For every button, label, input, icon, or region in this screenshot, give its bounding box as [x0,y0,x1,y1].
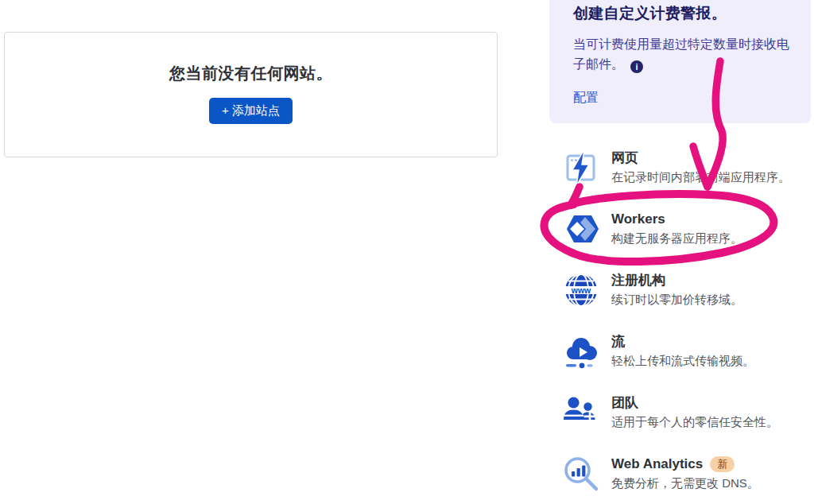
configure-link[interactable]: 配置 [573,90,599,107]
product-title: Web Analytics [611,456,703,472]
info-icon[interactable]: i [630,60,643,73]
no-websites-card: 您当前没有任何网站。 + 添加站点 [4,32,498,157]
workers-diamond-icon [561,209,601,249]
registrar-globe-icon: www [561,270,601,310]
new-badge: 新 [710,456,735,472]
product-description: 适用于每个人的零信任安全性。 [611,414,778,429]
product-title: Workers [611,211,742,227]
billing-alert-body: 当可计费使用量超过特定数量时接收电子邮件。i [573,34,794,74]
analytics-magnifier-icon [561,454,601,494]
product-row-web-analytics[interactable]: Web Analytics 新 免费分析，无需更改 DNS。 [561,454,816,494]
product-row-registrar[interactable]: www 注册机构 续订时以零加价转移域。 [561,270,816,310]
billing-alert-title: 创建自定义计费警报。 [573,3,790,24]
stream-cloud-play-icon [561,331,601,371]
product-row-workers[interactable]: Workers 构建无服务器应用程序。 [561,209,816,249]
globe-www-label: www [571,285,591,295]
product-description: 轻松上传和流式传输视频。 [611,353,754,368]
add-site-button[interactable]: + 添加站点 [209,98,293,124]
product-description: 在记录时间内部署前端应用程序。 [611,169,790,184]
product-title: 注册机构 [611,272,742,289]
product-row-stream[interactable]: 流 轻松上传和流式传输视频。 [561,331,816,371]
product-title: 团队 [611,394,778,411]
product-title: 网页 [611,149,790,166]
product-description: 构建无服务器应用程序。 [611,231,742,246]
product-row-teams[interactable]: 团队 适用于每个人的零信任安全性。 [561,393,816,432]
product-row-pages[interactable]: 网页 在记录时间内部署前端应用程序。 [561,148,816,188]
product-description: 续订时以零加价转移域。 [611,292,742,307]
product-description: 免费分析，无需更改 DNS。 [611,475,759,490]
no-websites-headline: 您当前没有任何网站。 [5,63,497,84]
pages-lightning-icon [561,148,601,188]
product-title: 流 [611,333,754,350]
teams-people-icon [561,393,601,432]
product-list: 网页 在记录时间内部署前端应用程序。 Workers 构建无服务器应用程序。 w… [561,148,816,504]
billing-alert-panel: 创建自定义计费警报。 当可计费使用量超过特定数量时接收电子邮件。i 配置 [549,0,811,123]
